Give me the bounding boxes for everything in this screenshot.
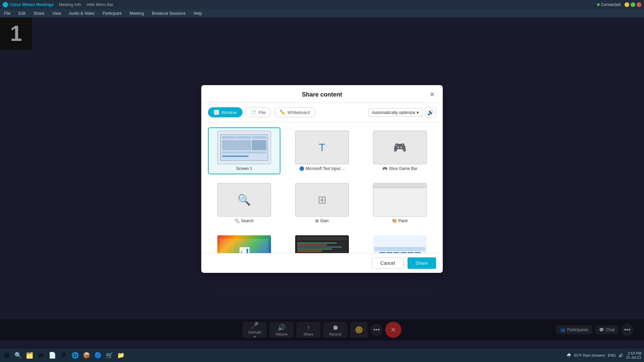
taskbar-date: 21-Jul-21 <box>626 355 641 359</box>
cancel-button[interactable]: Cancel <box>372 257 404 269</box>
app-name: Cisco Webex Meetings <box>10 2 54 7</box>
dialog-close-button[interactable]: ✕ <box>428 90 436 99</box>
tab-window-label: Window <box>221 110 237 115</box>
dialog-toolbar: ⬜ Window 📄 File ✏️ Whiteboard Automatica… <box>201 103 443 122</box>
audio-toggle-button[interactable]: 🔊 <box>425 107 436 118</box>
close-button[interactable] <box>637 2 641 7</box>
app-brand: Cisco Webex Meetings <box>3 2 54 7</box>
xbox-name-text: Xbox Game Bar <box>389 166 417 171</box>
whiteboard-tab-icon: ✏️ <box>280 110 285 115</box>
taskbar-weather-text: 81°F Rain showers <box>574 353 605 357</box>
tab-file-label: File <box>259 110 266 115</box>
paint-label: 🎨 Paint <box>392 219 408 223</box>
xbox-thumbnail: 🎮 <box>373 131 427 164</box>
file-tab-icon: 📄 <box>251 110 257 115</box>
dialog-body: Screen 1 T 🔵 Microsoft Text Input ... <box>201 122 443 253</box>
window-item-explorer[interactable]: 📁 Windows Explorer <box>364 232 436 253</box>
paint-thumbnail <box>373 183 427 217</box>
taskbar-taskview[interactable]: 🗂️ <box>24 350 35 361</box>
window-item-search[interactable]: 🔍 🔍 Search <box>208 180 280 227</box>
taskbar-items: ⊞ 🔍 🗂️ W 📄 P 🌐 📦 🔵 🛒 📁 <box>0 350 127 361</box>
start-app-icon: ⊞ <box>315 219 319 223</box>
audio-icon: 🔊 <box>427 109 434 116</box>
taskbar-speaker-icon: 🔊 <box>619 353 623 358</box>
meeting-info-link[interactable]: Meeting Info <box>59 2 81 7</box>
main-content: 1 Share content ✕ ⬜ Window 📄 File <box>0 17 644 341</box>
optimize-label: Automatically optimize <box>372 110 415 115</box>
taskbar-word[interactable]: W <box>36 350 46 361</box>
taskbar-right: 🌧️ 81°F Rain showers ENG 🔊 2:53 PM 21-Ju… <box>567 351 644 359</box>
window-item-start[interactable]: ⊞ ⊞ Start <box>286 180 358 227</box>
taskbar-weather: 🌧️ <box>567 353 571 358</box>
start-thumbnail: ⊞ <box>295 183 349 217</box>
tab-whiteboard-label: Whiteboard <box>287 110 310 115</box>
tab-whiteboard[interactable]: ✏️ Whiteboard <box>274 107 315 117</box>
window-tab-icon: ⬜ <box>214 110 219 115</box>
minimize-button[interactable] <box>625 2 629 7</box>
menu-breakout[interactable]: Breakout Sessions <box>151 10 187 16</box>
screen1-label: Screen 1 <box>236 166 252 171</box>
taskbar-powerpoint-tb[interactable]: P <box>58 350 69 361</box>
window-item-xbox[interactable]: 🎮 🎮 Xbox Game Bar <box>364 127 436 174</box>
search-thumbnail: 🔍 <box>217 183 271 217</box>
window-item-chrome[interactable]: 🌐 Google Chrome <box>286 232 358 253</box>
powerpoint-thumbnail: 📊 <box>217 235 271 253</box>
chrome-thumbnail <box>295 235 349 253</box>
taskbar: ⊞ 🔍 🗂️ W 📄 P 🌐 📦 🔵 🛒 📁 🌧️ 81°F Rain show… <box>0 349 644 362</box>
taskbar-apps[interactable]: 📦 <box>81 350 92 361</box>
menu-view[interactable]: View <box>51 10 62 16</box>
taskbar-chrome-tb[interactable]: 🌐 <box>70 350 80 361</box>
maximize-button[interactable] <box>631 2 635 7</box>
mstext-app-icon: 🔵 <box>299 166 304 171</box>
mstext-label: 🔵 Microsoft Text Input ... <box>299 166 345 171</box>
window-controls <box>625 2 641 7</box>
hide-menu-bar-btn[interactable]: Hide Menu Bar <box>87 2 113 7</box>
menu-file[interactable]: File <box>3 10 12 16</box>
window-item-screen1[interactable]: Screen 1 <box>208 127 280 174</box>
screen1-name-text: Screen 1 <box>236 166 252 171</box>
taskbar-language: ENG <box>608 353 616 357</box>
taskbar-webex-tb[interactable]: 🔵 <box>93 350 103 361</box>
share-button[interactable]: Share <box>408 257 436 269</box>
menu-participant[interactable]: Participant <box>101 10 123 16</box>
webex-logo-icon <box>3 2 8 7</box>
taskbar-pdf[interactable]: 📄 <box>47 350 58 361</box>
title-bar-left: Cisco Webex Meetings Meeting Info Hide M… <box>3 2 113 7</box>
explorer-thumbnail <box>373 235 427 253</box>
window-item-powerpoint[interactable]: 📊 📊 Microsoft PowerPoint <box>208 232 280 253</box>
menu-help[interactable]: Help <box>192 10 203 16</box>
optimize-chevron-icon: ▾ <box>417 110 419 115</box>
xbox-label: 🎮 Xbox Game Bar <box>382 166 417 171</box>
dialog-title: Share content <box>216 91 428 98</box>
taskbar-time: 2:53 PM <box>626 351 641 355</box>
optimize-dropdown[interactable]: Automatically optimize ▾ <box>368 108 423 117</box>
taskbar-search[interactable]: 🔍 <box>13 350 23 361</box>
title-bar: Cisco Webex Meetings Meeting Info Hide M… <box>0 0 644 9</box>
menu-share[interactable]: Share <box>32 10 46 16</box>
window-item-mstext[interactable]: T 🔵 Microsoft Text Input ... <box>286 127 358 174</box>
mstext-thumbnail: T <box>295 131 349 164</box>
menu-audio-video[interactable]: Audio & Video <box>68 10 96 16</box>
menu-bar: File Edit Share View Audio & Video Parti… <box>0 9 644 17</box>
connected-label: Connected <box>601 2 621 7</box>
connected-status: Connected <box>597 2 621 7</box>
paint-app-icon: 🎨 <box>392 219 397 223</box>
menu-meeting[interactable]: Meeting <box>128 10 145 16</box>
share-content-dialog: Share content ✕ ⬜ Window 📄 File ✏️ White… <box>201 85 443 273</box>
screen1-thumbnail <box>217 131 271 164</box>
taskbar-store[interactable]: 🛒 <box>104 350 115 361</box>
modal-backdrop: Share content ✕ ⬜ Window 📄 File ✏️ White… <box>0 17 644 341</box>
search-name-text: Search <box>241 219 254 223</box>
start-name-text: Start <box>320 219 328 223</box>
taskbar-start[interactable]: ⊞ <box>1 350 12 361</box>
taskbar-clock: 2:53 PM 21-Jul-21 <box>626 351 641 359</box>
search-app-icon: 🔍 <box>234 219 239 223</box>
window-item-paint[interactable]: 🎨 Paint <box>364 180 436 227</box>
menu-edit[interactable]: Edit <box>17 10 27 16</box>
dialog-footer: Cancel Share <box>201 253 443 273</box>
xbox-app-icon: 🎮 <box>382 166 387 171</box>
tab-window[interactable]: ⬜ Window <box>208 107 243 117</box>
tab-file[interactable]: 📄 File <box>245 107 271 117</box>
mstext-name-text: Microsoft Text Input ... <box>306 166 345 171</box>
taskbar-explorer-tb[interactable]: 📁 <box>115 350 126 361</box>
